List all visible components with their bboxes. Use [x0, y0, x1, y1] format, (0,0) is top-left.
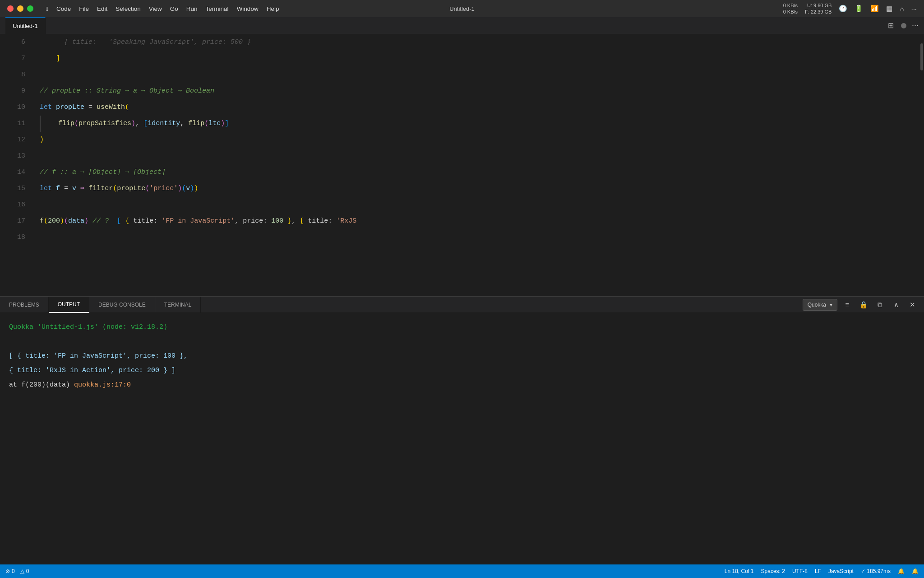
code-editor[interactable]: { title: 'Speaking JavaScript', price: 5…: [32, 34, 918, 296]
code-line-14: // f :: a → [Object] → [Object]: [40, 164, 918, 181]
status-bar-right: Ln 18, Col 1 Spaces: 2 UTF-8 LF JavaScri…: [725, 568, 919, 574]
error-count[interactable]: ⊗ 0: [5, 568, 15, 574]
editor-container: 6 7 8 9 10 11 12 13 14 15 16 17 18: [0, 34, 924, 296]
menu-selection[interactable]: Selection: [116, 5, 141, 12]
panel-close-icon[interactable]: ✕: [906, 298, 919, 311]
close-button[interactable]: [7, 5, 14, 12]
code-line-10: let propLte = useWith (: [40, 99, 918, 116]
code-line-8: [40, 67, 918, 83]
title-bar-right: 0 KB/s 0 KB/s U: 9.60 GB F: 22.39 GB 🕐 🔋…: [783, 2, 917, 15]
feedback-icon[interactable]: 🔔: [898, 568, 905, 574]
line-numbers: 6 7 8 9 10 11 12 13 14 15 16 17 18: [0, 34, 32, 296]
tab-label: Untitled-1: [13, 23, 38, 29]
code-line-11: flip ( propSatisfies ) , [ identity , fl…: [40, 116, 918, 132]
line-number-8: 8: [0, 67, 25, 83]
warning-count[interactable]: △ 0: [20, 568, 29, 574]
code-line-16: [40, 197, 918, 213]
status-bar: ⊗ 0 △ 0 Ln 18, Col 1 Spaces: 2 UTF-8 LF …: [0, 564, 924, 578]
menu-file[interactable]: File: [79, 5, 89, 12]
language-mode[interactable]: JavaScript: [828, 568, 854, 574]
more-icon[interactable]: ···: [911, 5, 917, 13]
status-bar-left: ⊗ 0 △ 0: [5, 568, 29, 574]
notification-icon[interactable]: 🔔: [912, 568, 919, 574]
menu-code[interactable]: Code: [56, 5, 71, 12]
code-line-15: let f = v ⇒ filter ( propLte ( 'price' )…: [40, 181, 918, 197]
encoding[interactable]: UTF-8: [792, 568, 808, 574]
battery-icon: 🔋: [855, 5, 863, 13]
output-line-3: [ { title: 'FP in JavaScript', price: 10…: [9, 349, 915, 364]
line-number-6: 6: [0, 34, 25, 51]
line-number-12: 12: [0, 132, 25, 148]
panel-collapse-icon[interactable]: ∧: [890, 298, 902, 311]
error-icon: ⊗: [5, 568, 10, 574]
warning-icon: △: [20, 568, 24, 574]
menu-view[interactable]: View: [149, 5, 162, 12]
panel-tab-right: Quokka ▾ ≡ 🔒 ⧉ ∧ ✕: [803, 298, 924, 311]
output-line-2: [9, 335, 915, 349]
tab-bar: Untitled-1 ⊞ ···: [0, 17, 924, 34]
title-bar:  Code File Edit Selection View Go Run T…: [0, 0, 924, 17]
panel: PROBLEMS OUTPUT DEBUG CONSOLE TERMINAL Q…: [0, 297, 924, 564]
code-line-7: ]: [40, 51, 918, 67]
line-number-17: 17: [0, 213, 25, 229]
menu-go[interactable]: Go: [170, 5, 178, 12]
line-number-15: 15: [0, 181, 25, 197]
code-line-12: ): [40, 132, 918, 148]
menu-terminal[interactable]: Terminal: [206, 5, 229, 12]
more-actions-button[interactable]: ···: [912, 21, 919, 30]
quokka-timing[interactable]: ✓ 185.97ms: [861, 568, 891, 574]
line-number-13: 13: [0, 148, 25, 164]
editor-scrollbar[interactable]: [918, 34, 924, 296]
menu-window[interactable]: Window: [237, 5, 259, 12]
output-line-4: { title: 'RxJS in Action', price: 200 } …: [9, 364, 915, 378]
split-editor-icon[interactable]: ⊞: [888, 21, 894, 30]
line-number-11: 11: [0, 116, 25, 132]
circle-status: [901, 23, 906, 28]
panel-copy-icon[interactable]: ⧉: [873, 298, 886, 311]
menu-help[interactable]: Help: [267, 5, 279, 12]
line-number-18: 18: [0, 229, 25, 246]
output-content: Quokka 'Untitled-1.js' (node: v12.18.2) …: [0, 313, 924, 564]
controls-icon: ▦: [886, 5, 892, 13]
code-line-18: [40, 229, 918, 246]
code-line-13: [40, 148, 918, 164]
line-number-10: 10: [0, 99, 25, 116]
output-line-5: at f(200)(data) quokka.js:17:0: [9, 378, 915, 392]
chevron-down-icon: ▾: [830, 302, 832, 308]
tab-problems[interactable]: PROBLEMS: [0, 297, 49, 313]
panel-list-icon[interactable]: ≡: [841, 298, 854, 311]
network-status: 0 KB/s 0 KB/s: [783, 2, 798, 15]
finder-icon: ⌂: [900, 5, 904, 13]
storage-status: U: 9.60 GB F: 22.39 GB: [805, 2, 832, 15]
line-ending[interactable]: LF: [815, 568, 821, 574]
line-number-7: 7: [0, 51, 25, 67]
line-number-16: 16: [0, 197, 25, 213]
code-line-17: f ( 200 ) ( data ) // ? [ { title: 'FP i…: [40, 213, 918, 229]
tab-output[interactable]: OUTPUT: [49, 297, 89, 313]
indentation[interactable]: Spaces: 2: [761, 568, 785, 574]
output-line-1: Quokka 'Untitled-1.js' (node: v12.18.2): [9, 320, 915, 335]
title-bar-left:  Code File Edit Selection View Go Run T…: [7, 5, 279, 12]
minimize-button[interactable]: [17, 5, 23, 12]
time-icon: 🕐: [839, 5, 847, 13]
panel-tabs: PROBLEMS OUTPUT DEBUG CONSOLE TERMINAL Q…: [0, 297, 924, 313]
tab-terminal[interactable]: TERMINAL: [155, 297, 201, 313]
apple-menu[interactable]: : [46, 5, 48, 12]
menu-bar:  Code File Edit Selection View Go Run T…: [46, 5, 279, 12]
menu-run[interactable]: Run: [186, 5, 198, 12]
scrollbar-thumb[interactable]: [920, 43, 923, 70]
tab-debug-console[interactable]: DEBUG CONSOLE: [89, 297, 155, 313]
code-line-9: // propLte :: String → a → Object → Bool…: [40, 83, 918, 99]
code-line-6: { title: 'Speaking JavaScript', price: 5…: [40, 34, 918, 51]
line-number-9: 9: [0, 83, 25, 99]
menu-edit[interactable]: Edit: [97, 5, 107, 12]
panel-lock-icon[interactable]: 🔒: [857, 298, 870, 311]
cursor-position[interactable]: Ln 18, Col 1: [725, 568, 754, 574]
line-number-14: 14: [0, 164, 25, 181]
wifi-icon: 📶: [870, 5, 879, 13]
maximize-button[interactable]: [27, 5, 33, 12]
tab-untitled1[interactable]: Untitled-1: [5, 17, 46, 34]
quokka-select[interactable]: Quokka ▾: [803, 299, 837, 311]
window-title: Untitled-1: [449, 5, 475, 12]
